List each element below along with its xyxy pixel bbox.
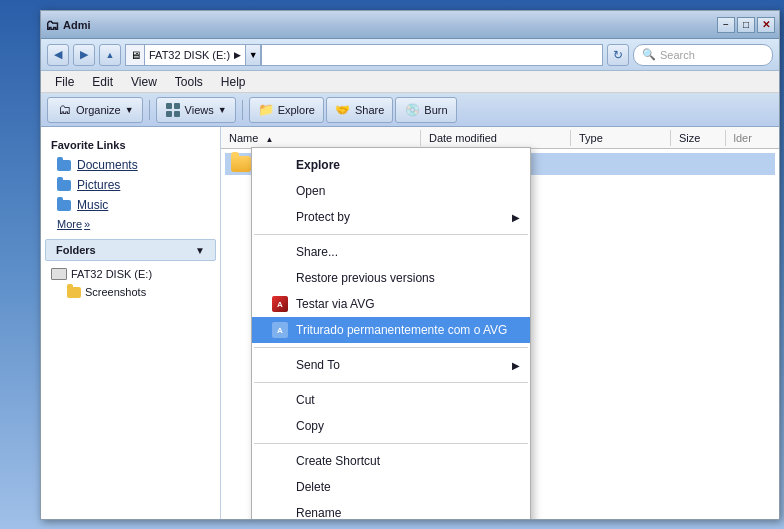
close-button[interactable]: ✕ <box>757 17 775 33</box>
col-header-size[interactable]: Size <box>671 130 726 146</box>
menu-file[interactable]: File <box>47 73 82 91</box>
ctx-open[interactable]: Open <box>252 178 530 204</box>
svg-rect-2 <box>166 111 172 117</box>
documents-folder-icon <box>57 160 71 171</box>
ctx-testar[interactable]: A Testar via AVG <box>252 291 530 317</box>
menu-help[interactable]: Help <box>213 73 254 91</box>
folders-collapse-icon: ▼ <box>195 245 205 256</box>
address-dropdown-button[interactable]: ▼ <box>245 44 261 66</box>
ctx-share[interactable]: Share... <box>252 239 530 265</box>
menu-tools[interactable]: Tools <box>167 73 211 91</box>
ctx-explore-icon <box>272 157 288 173</box>
up-button[interactable]: ▲ <box>99 44 121 66</box>
col-header-date[interactable]: Date modified <box>421 130 571 146</box>
explore-button[interactable]: 📁 Explore <box>249 97 324 123</box>
back-button[interactable]: ◀ <box>47 44 69 66</box>
explore-icon: 📁 <box>258 102 274 118</box>
maximize-button[interactable]: □ <box>737 17 755 33</box>
column-headers: Name ▲ Date modified Type Size lder <box>221 127 779 149</box>
ctx-restore-icon <box>272 270 288 286</box>
nav-music[interactable]: Music <box>41 195 220 215</box>
views-dropdown-icon: ▼ <box>218 105 227 115</box>
menu-bar: File Edit View Tools Help <box>41 71 779 93</box>
views-button[interactable]: Views ▼ <box>156 97 236 123</box>
folder-icon <box>231 156 251 172</box>
forward-button[interactable]: ▶ <box>73 44 95 66</box>
ctx-protect[interactable]: Protect by ▶ <box>252 204 530 230</box>
menu-edit[interactable]: Edit <box>84 73 121 91</box>
toolbar: 🗂 Organize ▼ Views ▼ <box>41 93 779 127</box>
burn-icon: 💿 <box>404 102 420 118</box>
organize-button[interactable]: 🗂 Organize ▼ <box>47 97 143 123</box>
minimize-button[interactable]: − <box>717 17 735 33</box>
ctx-shortcut[interactable]: Create Shortcut <box>252 448 530 474</box>
address-breadcrumb: FAT32 DISK (E:) ▶ <box>145 44 245 66</box>
ctx-cut[interactable]: Cut <box>252 387 530 413</box>
music-folder-icon <box>57 200 71 211</box>
menu-view[interactable]: View <box>123 73 165 91</box>
col-header-type[interactable]: Type <box>571 130 671 146</box>
desktop: 🗂 Admi − □ ✕ ◀ ▶ ▲ 🖥 FAT32 DISK (E:) ▶ <box>0 0 784 529</box>
tree-screenshots[interactable]: Screenshots <box>41 283 220 301</box>
address-extra <box>261 44 603 66</box>
title-bar: 🗂 Admi − □ ✕ <box>41 11 779 39</box>
ctx-testar-avg-icon: A <box>272 296 288 312</box>
col-header-name[interactable]: Name ▲ <box>221 130 421 146</box>
ctx-sep-3 <box>254 382 528 383</box>
favorites-title: Favorite Links <box>41 135 220 155</box>
views-icon <box>165 102 181 118</box>
ctx-copy[interactable]: Copy <box>252 413 530 439</box>
refresh-button[interactable]: ↻ <box>607 44 629 66</box>
tree-drive-e[interactable]: FAT32 DISK (E:) <box>41 265 220 283</box>
folders-toggle[interactable]: Folders ▼ <box>45 239 216 261</box>
ctx-sep-4 <box>254 443 528 444</box>
ctx-protect-icon <box>272 209 288 225</box>
ctx-share-icon <box>272 244 288 260</box>
more-link[interactable]: More » <box>41 215 220 233</box>
ctx-rename[interactable]: Rename <box>252 500 530 519</box>
share-icon: 🤝 <box>335 102 351 118</box>
search-placeholder: Search <box>660 49 695 61</box>
window-icon: 🗂 <box>45 17 59 33</box>
sort-arrow: ▲ <box>265 135 273 144</box>
ctx-delete[interactable]: Delete <box>252 474 530 500</box>
nav-documents[interactable]: Documents <box>41 155 220 175</box>
address-icon: 🖥 <box>125 44 145 66</box>
svg-rect-3 <box>174 111 180 117</box>
ctx-cut-icon <box>272 392 288 408</box>
ctx-explore[interactable]: Explore <box>252 152 530 178</box>
nav-pane: Favorite Links Documents Pictures Music … <box>41 127 221 519</box>
ctx-protect-submenu-arrow: ▶ <box>512 212 520 223</box>
drive-icon <box>51 268 67 280</box>
address-bar: ◀ ▶ ▲ 🖥 FAT32 DISK (E:) ▶ ▼ ↻ 🔍 Search <box>41 39 779 71</box>
screenshots-folder-icon <box>67 287 81 298</box>
nav-pictures[interactable]: Pictures <box>41 175 220 195</box>
context-menu: Explore Open Protect by ▶ <box>251 147 531 519</box>
ctx-sendto[interactable]: Send To ▶ <box>252 352 530 378</box>
ctx-triturado-avg-icon: A <box>272 322 288 338</box>
ctx-open-icon <box>272 183 288 199</box>
ctx-triturado[interactable]: A Triturado permanentemente com o AVG <box>252 317 530 343</box>
burn-button[interactable]: 💿 Burn <box>395 97 456 123</box>
ctx-delete-icon <box>272 479 288 495</box>
address-path-text: FAT32 DISK (E:) <box>149 49 230 61</box>
title-bar-controls: − □ ✕ <box>717 17 775 33</box>
ctx-rename-icon <box>272 505 288 519</box>
col-header-extra: lder <box>726 130 780 146</box>
svg-rect-0 <box>166 103 172 109</box>
toolbar-separator-2 <box>242 100 243 120</box>
window-title: Admi <box>63 19 91 31</box>
title-bar-left: 🗂 Admi <box>45 17 91 33</box>
organize-dropdown-icon: ▼ <box>125 105 134 115</box>
organize-icon: 🗂 <box>56 102 72 118</box>
ctx-sep-1 <box>254 234 528 235</box>
ctx-sendto-submenu-arrow: ▶ <box>512 360 520 371</box>
folders-section: Folders ▼ FAT32 DISK (E:) Screenshots <box>41 239 220 301</box>
search-box[interactable]: 🔍 Search <box>633 44 773 66</box>
share-button[interactable]: 🤝 Share <box>326 97 393 123</box>
ctx-copy-icon <box>272 418 288 434</box>
ctx-sendto-icon <box>272 357 288 373</box>
main-content: Favorite Links Documents Pictures Music … <box>41 127 779 519</box>
ctx-restore[interactable]: Restore previous versions <box>252 265 530 291</box>
search-icon: 🔍 <box>642 48 656 61</box>
